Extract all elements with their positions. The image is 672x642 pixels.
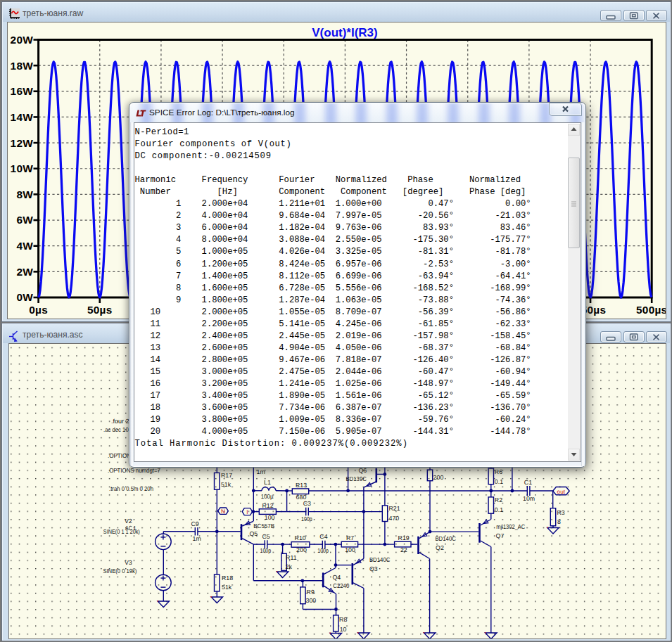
svg-text:L1: L1: [264, 479, 271, 486]
svg-text:R11: R11: [286, 554, 297, 561]
svg-text:200: 200: [433, 474, 444, 481]
svg-text:BD140C: BD140C: [435, 535, 456, 542]
svg-text:C1: C1: [524, 479, 532, 486]
svg-text:Q4: Q4: [333, 574, 341, 581]
svg-text:out: out: [557, 489, 566, 495]
svg-text:0µs: 0µs: [29, 304, 48, 316]
svg-text:BC557B: BC557B: [253, 522, 274, 529]
svg-text:18W: 18W: [11, 60, 34, 72]
svg-text:470: 470: [389, 515, 400, 522]
svg-text:51k: 51k: [221, 481, 232, 488]
svg-text:Q5: Q5: [249, 530, 258, 537]
svg-text:100p: 100p: [317, 547, 329, 554]
svg-text:1m: 1m: [257, 468, 265, 475]
svg-text:22: 22: [400, 546, 407, 553]
svg-text:Q6: Q6: [359, 467, 367, 474]
svg-text:6W: 6W: [16, 214, 33, 226]
svg-text:SINE(0 1 1 20k): SINE(0 1 1 20k): [103, 528, 140, 535]
svg-text:100: 100: [265, 514, 275, 521]
svg-text:R2: R2: [495, 496, 502, 503]
svg-text:8W: 8W: [16, 188, 33, 200]
svg-text:Q2: Q2: [436, 544, 444, 551]
svg-text:BD140C: BD140C: [369, 556, 391, 563]
svg-text:C2240: C2240: [333, 582, 349, 589]
svg-text:V(out)*I(R3): V(out)*I(R3): [312, 26, 377, 39]
svg-text:N: N: [221, 508, 225, 515]
svg-text:C5: C5: [262, 533, 270, 540]
svg-text:C3: C3: [303, 500, 311, 507]
svg-text:4W: 4W: [16, 240, 33, 252]
svg-text:C9: C9: [191, 520, 199, 527]
svg-text:2k: 2k: [286, 563, 293, 570]
svg-text:51k: 51k: [222, 584, 232, 591]
svg-text:100p: 100p: [260, 547, 272, 554]
svg-text:R10: R10: [295, 534, 306, 541]
svg-text:100: 100: [345, 546, 355, 553]
svg-text:16W: 16W: [11, 85, 34, 97]
svg-text:100p: 100p: [301, 515, 312, 522]
svg-text:mjl1302_AC: mjl1302_AC: [496, 523, 526, 530]
svg-text:.tran 0 0.5m 0 20h: .tran 0 0.5m 0 20h: [109, 485, 153, 492]
svg-text:V3: V3: [125, 559, 132, 566]
svg-text:V2: V2: [125, 518, 132, 525]
svg-text:1m: 1m: [193, 535, 201, 542]
svg-text:10m: 10m: [523, 495, 535, 502]
svg-text:SINE(0 0 19k): SINE(0 0 19k): [103, 567, 137, 574]
svg-text:R7: R7: [346, 534, 354, 541]
svg-text:I: I: [246, 509, 248, 515]
svg-text:Q7: Q7: [496, 532, 505, 539]
svg-text:100µ: 100µ: [261, 493, 274, 500]
svg-text:R17: R17: [221, 472, 232, 479]
svg-text:R19: R19: [398, 534, 410, 541]
svg-text:R18: R18: [222, 574, 233, 582]
svg-text:Q3: Q3: [369, 565, 378, 572]
svg-text:R21: R21: [389, 505, 400, 512]
svg-text:2W: 2W: [16, 266, 33, 278]
svg-text:50µs: 50µs: [87, 304, 113, 316]
svg-text:200: 200: [296, 546, 307, 553]
svg-text:10: 10: [340, 626, 347, 633]
svg-text:0.1: 0.1: [495, 478, 503, 485]
svg-text:300: 300: [306, 597, 317, 604]
svg-text:R9: R9: [307, 589, 315, 596]
svg-text:R6: R6: [495, 468, 502, 475]
svg-text:20W: 20W: [11, 34, 34, 46]
svg-text:R3: R3: [557, 509, 565, 516]
svg-text:0.1: 0.1: [495, 506, 503, 513]
svg-text:500µs: 500µs: [636, 304, 666, 316]
svg-text:12W: 12W: [11, 137, 34, 149]
svg-text:R12: R12: [262, 502, 274, 509]
svg-text:R8: R8: [339, 616, 347, 623]
svg-text:BD139C: BD139C: [345, 475, 367, 482]
svg-text:8: 8: [557, 518, 561, 525]
svg-text:10W: 10W: [11, 162, 34, 174]
svg-text:C4: C4: [319, 533, 327, 540]
svg-text:0W: 0W: [16, 291, 33, 303]
svg-text:.OPTIONS numdgt=7: .OPTIONS numdgt=7: [108, 467, 160, 474]
svg-text:14W: 14W: [11, 111, 34, 123]
svg-text:R13: R13: [296, 482, 307, 489]
